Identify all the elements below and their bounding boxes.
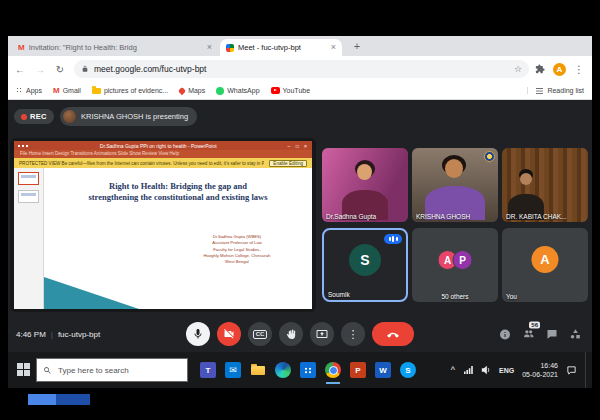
meet-app: REC KRISHNA GHOSH is presenting Dr.Sadhn… xyxy=(8,100,592,352)
letter-avatar: A xyxy=(532,246,559,273)
extensions-icon[interactable] xyxy=(535,64,545,74)
close-icon: × xyxy=(304,143,309,149)
camera-off-icon xyxy=(223,328,235,340)
activities-icon[interactable] xyxy=(569,328,582,341)
store-icon[interactable] xyxy=(300,362,316,378)
tab-invitation[interactable]: M Invitation: "Right to Health: Bridg × xyxy=(12,39,218,56)
volume-icon[interactable] xyxy=(481,365,491,375)
person-silhouette xyxy=(445,159,463,178)
tab-meet[interactable]: Meet - fuc-utvp-bpt × xyxy=(220,39,342,56)
bookmark-apps[interactable]: Apps xyxy=(16,87,42,94)
reading-list-button[interactable]: Reading list xyxy=(527,87,584,94)
captions-icon: CC xyxy=(253,330,267,339)
participant-name: You xyxy=(506,293,517,300)
divider: | xyxy=(51,330,53,339)
network-icon[interactable] xyxy=(463,365,473,375)
apps-grid-icon xyxy=(16,87,23,94)
map-pin-icon xyxy=(178,86,186,94)
url-text: meet.google.com/fuc-utvp-bpt xyxy=(94,64,509,74)
screen-artifact-blue xyxy=(28,394,90,405)
mic-icon xyxy=(192,328,204,340)
skype-icon[interactable]: S xyxy=(400,362,416,378)
taskbar-app-icons: T ✉ P W S xyxy=(200,352,416,388)
show-desktop-strip[interactable] xyxy=(585,352,588,388)
action-center-icon[interactable] xyxy=(566,365,577,376)
letter-avatar: P xyxy=(453,250,473,270)
meeting-code: fuc-utvp-bpt xyxy=(58,330,100,339)
screenshot-root: M Invitation: "Right to Health: Bridg × … xyxy=(0,0,600,420)
mic-button[interactable] xyxy=(186,322,210,346)
present-button[interactable] xyxy=(310,322,334,346)
participant-tile-you[interactable]: A You xyxy=(502,228,588,302)
chrome-icon[interactable] xyxy=(325,362,341,378)
powerpoint-title-text: Dr.Sadhna Gupta PPt on right to health -… xyxy=(32,143,284,149)
edge-icon[interactable] xyxy=(275,362,291,378)
bookmark-maps[interactable]: Maps xyxy=(179,87,205,94)
bookmark-label: WhatsApp xyxy=(227,87,259,94)
presenter-avatar xyxy=(63,110,76,123)
toolbar-right: A ⋮ xyxy=(535,63,584,76)
participant-tile-others[interactable]: A P 50 others xyxy=(412,228,498,302)
tab-title: Invitation: "Right to Health: Bridg xyxy=(29,43,203,52)
participants-icon[interactable]: 56 xyxy=(522,328,535,341)
profile-avatar[interactable]: A xyxy=(553,63,566,76)
tab-close-icon[interactable]: × xyxy=(207,43,212,52)
powerpoint-ribbon-tabs: File Home Insert Design Transitions Anim… xyxy=(14,150,312,158)
meeting-meta: 4:46 PM | fuc-utvp-bpt xyxy=(16,330,100,339)
tab-close-icon[interactable]: × xyxy=(331,43,336,52)
browser-menu-icon[interactable]: ⋮ xyxy=(574,64,584,75)
camera-off-button[interactable] xyxy=(217,322,241,346)
person-silhouette xyxy=(520,173,532,185)
more-options-button[interactable]: ⋮ xyxy=(341,322,365,346)
participant-tile-soumik[interactable]: S Soumik xyxy=(322,228,408,302)
bookmark-pictures[interactable]: pictures of evidenc... xyxy=(92,87,168,94)
captions-button[interactable]: CC xyxy=(248,322,272,346)
tab-title: Meet - fuc-utvp-bpt xyxy=(238,43,327,52)
bookmark-gmail[interactable]: M Gmail xyxy=(53,87,81,95)
back-button[interactable]: ← xyxy=(12,64,28,75)
lock-icon xyxy=(81,65,89,73)
protected-view-bar: PROTECTED VIEW Be careful—files from the… xyxy=(14,158,312,168)
taskbar-search-input[interactable] xyxy=(56,365,176,376)
whatsapp-icon xyxy=(216,87,224,95)
bookmark-star-icon[interactable]: ☆ xyxy=(514,64,522,74)
language-indicator[interactable]: ENG xyxy=(499,367,514,374)
taskbar-clock[interactable]: 16:46 05-06-2021 xyxy=(522,361,558,379)
presenting-banner: KRISHNA GHOSH is presenting xyxy=(60,107,197,126)
screen-share-tile[interactable]: Dr.Sadhna Gupta PPt on right to health -… xyxy=(10,138,316,312)
slide-canvas: Right to Health: Bridging the gap and st… xyxy=(44,168,312,309)
reload-button[interactable]: ↻ xyxy=(52,64,68,75)
tray-expand-icon[interactable]: ^ xyxy=(451,365,455,375)
file-explorer-icon[interactable] xyxy=(250,362,266,378)
address-bar[interactable]: meet.google.com/fuc-utvp-bpt ☆ xyxy=(74,60,529,78)
slide-thumbnail xyxy=(18,172,39,185)
bookmarks-bar: Apps M Gmail pictures of evidenc... Maps… xyxy=(8,82,592,100)
mail-icon[interactable]: ✉ xyxy=(225,362,241,378)
recording-indicator: REC xyxy=(14,109,54,124)
forward-button[interactable]: → xyxy=(32,64,48,75)
participant-name: DR. KABITA CHAK... xyxy=(506,213,567,220)
raise-hand-button[interactable] xyxy=(279,322,303,346)
protected-view-text: PROTECTED VIEW Be careful—files from the… xyxy=(19,161,264,166)
participant-tile-sadhna-gupta[interactable]: Dr.Sadhna Gupta xyxy=(322,148,408,222)
rec-label: REC xyxy=(30,112,47,121)
bookmark-whatsapp[interactable]: WhatsApp xyxy=(216,87,259,95)
powerpoint-icon[interactable]: P xyxy=(350,362,366,378)
info-icon[interactable] xyxy=(499,328,511,340)
new-tab-button[interactable]: + xyxy=(350,40,364,54)
taskbar-search[interactable] xyxy=(36,358,188,382)
system-tray: ^ ENG 16:46 05-06-2021 xyxy=(451,352,588,388)
bookmark-youtube[interactable]: YouTube xyxy=(271,87,311,94)
chat-icon[interactable] xyxy=(546,328,558,340)
participant-tile-kabita-chak[interactable]: DR. KABITA CHAK... xyxy=(502,148,588,222)
word-icon[interactable]: W xyxy=(375,362,391,378)
presenting-text: KRISHNA GHOSH is presenting xyxy=(81,112,188,121)
participant-count-badge: 56 xyxy=(529,322,540,329)
bookmark-label: Gmail xyxy=(63,87,81,94)
teams-icon[interactable]: T xyxy=(200,362,216,378)
meet-right-icons: 56 xyxy=(499,328,582,341)
start-button[interactable] xyxy=(17,363,30,376)
windows-taskbar: T ✉ P W S ^ ENG 16:46 05-06-2021 xyxy=(8,352,592,388)
leave-call-button[interactable] xyxy=(372,322,414,346)
participant-tile-krishna-ghosh[interactable]: KRISHNA GHOSH xyxy=(412,148,498,222)
